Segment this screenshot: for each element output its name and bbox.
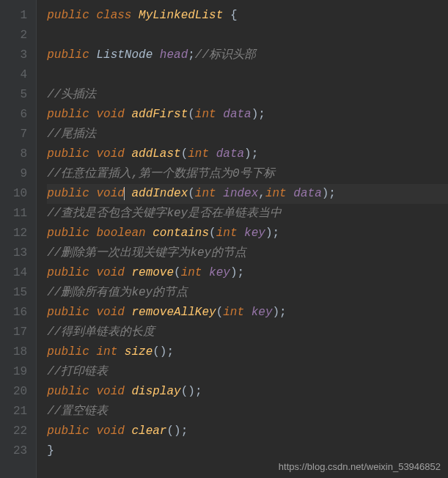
line-number: 15 — [13, 283, 27, 303]
line-number: 20 — [13, 382, 27, 402]
line-number: 4 — [13, 65, 27, 85]
watermark-text: https://blog.csdn.net/weixin_53946852 — [279, 461, 441, 472]
line-number: 17 — [13, 323, 27, 342]
line-number: 11 — [13, 204, 27, 224]
cursor-icon — [124, 187, 125, 200]
line-number: 6 — [13, 105, 27, 125]
code-line: //删除所有值为key的节点 — [47, 283, 448, 303]
code-line: public void clear(); — [47, 422, 448, 441]
code-line: //得到单链表的长度 — [47, 323, 448, 342]
code-line — [47, 26, 448, 45]
code-line: //头插法 — [47, 85, 448, 105]
line-number: 2 — [13, 26, 27, 45]
code-line: //尾插法 — [47, 125, 448, 144]
line-number: 5 — [13, 85, 27, 105]
line-number: 8 — [13, 144, 27, 164]
code-line: //置空链表 — [47, 402, 448, 422]
line-number: 22 — [13, 422, 27, 441]
line-number: 23 — [13, 441, 27, 461]
line-number: 18 — [13, 342, 27, 362]
code-line: public int size(); — [47, 342, 448, 362]
code-line: //查找是否包含关键字key是否在单链表当中 — [47, 204, 448, 224]
line-number: 12 — [13, 224, 27, 243]
code-line: public void display(); — [47, 382, 448, 402]
code-line: public boolean contains(int key); — [47, 224, 448, 243]
code-line: } — [47, 441, 448, 461]
code-line — [47, 65, 448, 85]
code-area[interactable]: public class MyLinkedList { public ListN… — [37, 0, 448, 478]
line-number: 3 — [13, 45, 27, 65]
line-number: 1 — [13, 6, 27, 26]
line-number: 7 — [13, 125, 27, 144]
code-line: public void addLast(int data); — [47, 144, 448, 164]
code-line: public void addFirst(int data); — [47, 105, 448, 125]
code-line: //任意位置插入,第一个数据节点为0号下标 — [47, 164, 448, 184]
line-number-gutter: 1 2 3 4 5 6 7 8 9 10 11 12 13 14 15 16 1… — [0, 0, 37, 478]
line-number: 16 — [13, 303, 27, 323]
code-line: public class MyLinkedList { — [47, 6, 448, 26]
code-line: public ListNode head;//标识头部 — [47, 45, 448, 65]
code-line: public void remove(int key); — [47, 263, 448, 283]
line-number: 10 — [13, 184, 27, 204]
line-number: 13 — [13, 243, 27, 263]
line-number: 14 — [13, 263, 27, 283]
code-line: //删除第一次出现关键字为key的节点 — [47, 243, 448, 263]
line-number: 19 — [13, 362, 27, 382]
line-number: 9 — [13, 164, 27, 184]
code-line-active: public void addIndex(int index,int data)… — [47, 184, 448, 204]
code-editor: 1 2 3 4 5 6 7 8 9 10 11 12 13 14 15 16 1… — [0, 0, 448, 478]
code-line: //打印链表 — [47, 362, 448, 382]
line-number: 21 — [13, 402, 27, 422]
code-line: public void removeAllKey(int key); — [47, 303, 448, 323]
